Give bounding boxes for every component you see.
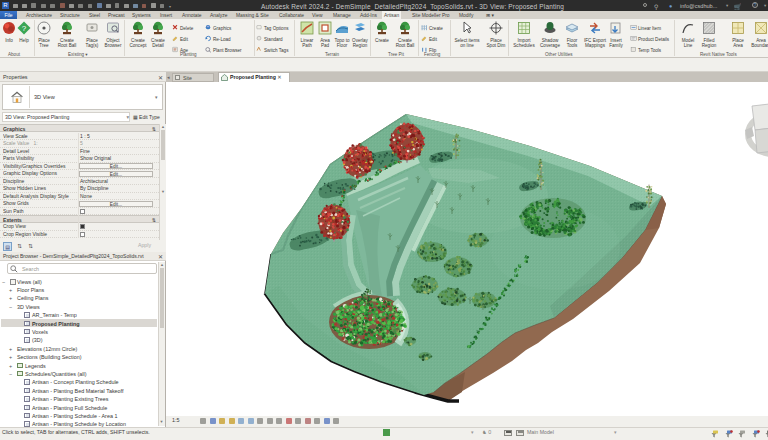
svg-text:?: ? [22, 24, 27, 33]
